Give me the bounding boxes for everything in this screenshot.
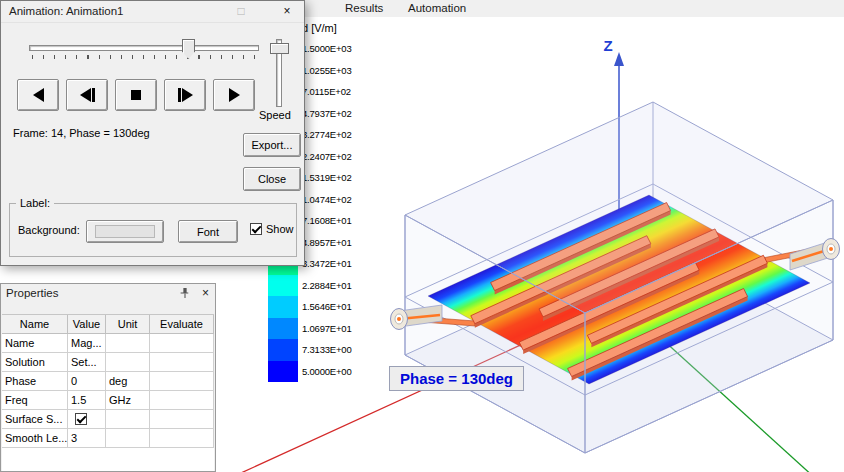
legend-title: d [V/m] xyxy=(302,22,383,34)
property-value-cell[interactable]: Set... xyxy=(68,353,106,372)
property-unit-cell xyxy=(106,410,150,429)
play-forward-icon xyxy=(229,88,240,102)
frame-status-text: Frame: 14, Phase = 130deg xyxy=(13,127,150,139)
legend-value-label: 4.8957E+01 xyxy=(302,232,352,254)
column-header: Evaluate xyxy=(150,315,214,334)
properties-header: Properties × xyxy=(1,284,215,302)
legend-value-label: 2.2407E+02 xyxy=(302,146,352,168)
speed-label: Speed xyxy=(259,109,291,121)
legend-row: 1.5646E+01 xyxy=(268,296,383,318)
legend-value-label: 1.5646E+01 xyxy=(302,296,352,318)
export-button[interactable]: Export... xyxy=(243,133,301,157)
property-evaluate-cell xyxy=(150,429,214,448)
property-unit-cell: deg xyxy=(106,372,150,391)
legend-value-label: 1.0474E+02 xyxy=(302,189,352,211)
play-backward-button[interactable] xyxy=(17,79,59,111)
background-color-button[interactable] xyxy=(86,220,164,243)
speed-slider-thumb[interactable] xyxy=(270,43,289,54)
legend-row: 5.0000E+00 xyxy=(268,361,383,383)
property-name-cell: Surface S... xyxy=(2,410,68,429)
legend-value-label: 5.0000E+00 xyxy=(302,361,352,383)
show-checkbox[interactable] xyxy=(250,223,262,235)
z-axis-label: Z xyxy=(603,37,612,54)
show-checkbox-label: Show xyxy=(266,223,294,235)
z-axis-arrow xyxy=(614,52,624,66)
legend-row: 1.0697E+01 xyxy=(268,318,383,340)
value-checkbox[interactable] xyxy=(75,413,87,425)
property-unit-cell xyxy=(106,429,150,448)
phase-annotation: Phase = 130deg xyxy=(389,366,524,391)
frame-slider-ticks xyxy=(32,55,256,59)
properties-title: Properties xyxy=(6,287,58,299)
legend-color-swatch xyxy=(268,339,298,361)
legend-value-label: 2.2884E+01 xyxy=(302,275,352,297)
label-group-title: Label: xyxy=(16,197,54,209)
property-name-cell: Phase xyxy=(2,372,68,391)
frame-slider[interactable] xyxy=(29,45,259,51)
play-backward-icon xyxy=(33,88,44,102)
column-header: Unit xyxy=(106,315,150,334)
property-value-cell[interactable]: 0 xyxy=(68,372,106,391)
legend-value-label: 1.0255E+03 xyxy=(302,60,352,82)
viewport-3d[interactable]: Z xyxy=(215,17,844,472)
property-name-cell: Smooth Le... xyxy=(2,429,68,448)
legend-color-swatch xyxy=(268,361,298,383)
menu-item-results[interactable]: Results xyxy=(345,2,383,14)
properties-panel: Properties × Name Value Unit Evaluate Na… xyxy=(0,283,216,472)
property-unit-cell xyxy=(106,334,150,353)
legend-value-label: 4.7937E+02 xyxy=(302,103,352,125)
step-backward-button[interactable] xyxy=(66,79,108,111)
property-evaluate-cell xyxy=(150,353,214,372)
background-label: Background: xyxy=(18,224,80,236)
properties-close-button[interactable]: × xyxy=(202,286,209,300)
property-evaluate-cell xyxy=(150,372,214,391)
property-name-cell: Name xyxy=(2,334,68,353)
dialog-title-bar[interactable]: Animation: Animation1 □ × xyxy=(1,1,304,23)
property-evaluate-cell xyxy=(150,334,214,353)
property-evaluate-cell xyxy=(150,410,214,429)
play-forward-button[interactable] xyxy=(213,79,255,111)
step-forward-icon xyxy=(182,88,193,102)
stop-button[interactable] xyxy=(115,79,157,111)
step-forward-button[interactable] xyxy=(164,79,206,111)
property-unit-cell xyxy=(106,353,150,372)
step-backward-icon xyxy=(80,88,91,102)
legend-row: 2.2884E+01 xyxy=(268,275,383,297)
dialog-title: Animation: Animation1 xyxy=(9,5,123,17)
property-value-cell[interactable]: 3 xyxy=(68,429,106,448)
legend-row: 7.3133E+00 xyxy=(268,339,383,361)
maximize-button[interactable]: □ xyxy=(228,2,254,20)
property-value-cell[interactable]: Mag... xyxy=(68,334,106,353)
legend-color-swatch xyxy=(268,275,298,297)
playback-controls xyxy=(17,79,255,111)
legend-value-label: 7.1608E+01 xyxy=(302,210,352,232)
legend-value-label: 3.3472E+01 xyxy=(302,253,352,275)
titlebar-close-button[interactable]: × xyxy=(274,2,300,20)
legend-color-swatch xyxy=(268,296,298,318)
menu-item-automation[interactable]: Automation xyxy=(408,2,466,14)
legend-value-label: 1.5000E+03 xyxy=(302,38,352,60)
legend-value-label: 7.0115E+02 xyxy=(302,81,351,103)
property-value-cell[interactable]: 1.5 xyxy=(68,391,106,410)
label-groupbox: Label: Background: Font Show xyxy=(9,203,297,257)
property-evaluate-cell xyxy=(150,391,214,410)
font-button[interactable]: Font xyxy=(178,220,238,243)
animation-dialog: Animation: Animation1 □ × Speed Frame: 1… xyxy=(0,0,305,266)
legend-value-label: 1.5319E+02 xyxy=(302,167,352,189)
legend-value-label: 3.2774E+02 xyxy=(302,124,352,146)
step-forward-bar xyxy=(178,88,181,102)
pin-icon[interactable] xyxy=(179,287,191,299)
legend-color-swatch xyxy=(268,318,298,340)
column-header: Name xyxy=(2,315,68,334)
property-name-cell: Freq xyxy=(2,391,68,410)
step-backward-bar xyxy=(92,88,95,102)
stop-icon xyxy=(131,90,141,100)
column-header: Value xyxy=(68,315,106,334)
properties-body: Name Value Unit Evaluate Name Mag... xyxy=(2,314,214,471)
properties-table: Name Value Unit Evaluate Name Mag... xyxy=(2,315,214,448)
property-name-cell: Solution xyxy=(2,353,68,372)
property-unit-cell: GHz xyxy=(106,391,150,410)
property-value-cell[interactable] xyxy=(68,410,106,429)
close-button[interactable]: Close xyxy=(243,167,301,191)
background-color-swatch xyxy=(95,225,155,238)
